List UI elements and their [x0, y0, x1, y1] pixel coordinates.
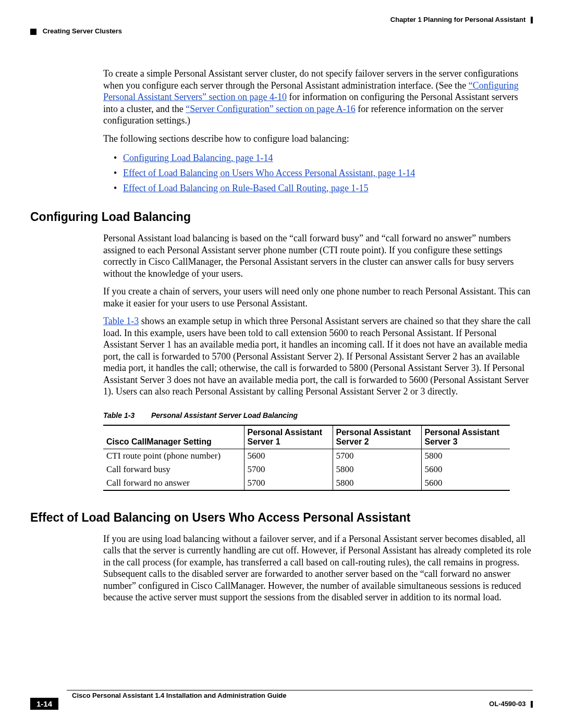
footer-rule — [67, 690, 533, 690]
cell: Call forward busy — [103, 463, 244, 476]
cell: 5800 — [333, 476, 421, 490]
table-row: Call forward no answer 5700 5800 5600 — [103, 476, 510, 490]
cell: 5600 — [421, 463, 510, 476]
footer-guide-title: Cisco Personal Assistant 1.4 Installatio… — [72, 692, 287, 699]
running-footer: Cisco Personal Assistant 1.4 Installatio… — [30, 690, 533, 706]
intro-paragraph-2: The following sections describe how to c… — [103, 133, 533, 145]
table-row: Call forward busy 5700 5800 5600 — [103, 463, 510, 476]
table-title: Personal Assistant Server Load Balancing — [151, 411, 298, 419]
header-section-text: Creating Server Clusters — [43, 27, 122, 35]
th-server1: Personal Assistant Server 1 — [244, 425, 333, 449]
sect1-paragraph-3: Table 1-3 shows an example setup in whic… — [103, 315, 533, 398]
cell: 5700 — [244, 463, 333, 476]
cell: 5800 — [421, 449, 510, 463]
link-server-config[interactable]: “Server Configuration” section on page A… — [186, 104, 355, 114]
sect1-paragraph-1: Personal Assistant load balancing is bas… — [103, 232, 533, 279]
bullet-item: Effect of Load Balancing on Users Who Ac… — [114, 166, 533, 181]
load-balancing-table: Cisco CallManager Setting Personal Assis… — [103, 425, 510, 491]
header-chapter: Chapter 1 Planning for Personal Assistan… — [390, 16, 533, 23]
content: To create a simple Personal Assistant se… — [30, 68, 533, 603]
footer-bar-icon — [531, 701, 533, 708]
header-square-icon — [30, 29, 36, 35]
link-configuring-load-balancing[interactable]: Configuring Load Balancing, page 1-14 — [123, 153, 273, 163]
cell: 5600 — [421, 476, 510, 490]
heading-configuring-load-balancing: Configuring Load Balancing — [30, 210, 533, 224]
table-number: Table 1-3 — [103, 411, 149, 419]
header-chapter-text: Chapter 1 Planning for Personal Assistan… — [390, 16, 526, 23]
cell: 5600 — [244, 449, 333, 463]
footer-page-number: 1-14 — [30, 698, 58, 710]
link-effect-rule-routing[interactable]: Effect of Load Balancing on Rule-Based C… — [123, 183, 369, 193]
table-header-row: Cisco CallManager Setting Personal Assis… — [103, 425, 510, 449]
intro-paragraph-1: To create a simple Personal Assistant se… — [103, 68, 533, 127]
footer-doc-text: OL-4590-03 — [489, 700, 525, 708]
sect1-paragraph-2: If you create a chain of servers, your u… — [103, 286, 533, 309]
header-section: Creating Server Clusters — [30, 27, 122, 35]
cell: 5800 — [333, 463, 421, 476]
intro-bullets: Configuring Load Balancing, page 1-14 Ef… — [114, 151, 533, 195]
text: shows an example setup in which three Pe… — [103, 316, 531, 397]
bullet-item: Configuring Load Balancing, page 1-14 — [114, 151, 533, 166]
table-caption: Table 1-3 Personal Assistant Server Load… — [103, 411, 533, 419]
th-server3: Personal Assistant Server 3 — [421, 425, 510, 449]
running-header: Chapter 1 Planning for Personal Assistan… — [30, 16, 533, 36]
th-server2: Personal Assistant Server 2 — [333, 425, 421, 449]
th-setting: Cisco CallManager Setting — [103, 425, 244, 449]
heading-effect-users: Effect of Load Balancing on Users Who Ac… — [30, 511, 533, 525]
link-effect-users[interactable]: Effect of Load Balancing on Users Who Ac… — [123, 168, 415, 178]
footer-doc-number: OL-4590-03 — [489, 700, 533, 708]
sect2-paragraph-1: If you are using load balancing without … — [103, 533, 533, 603]
bullet-item: Effect of Load Balancing on Rule-Based C… — [114, 181, 533, 196]
header-bar-icon — [531, 17, 533, 23]
cell: 5700 — [244, 476, 333, 490]
cell: CTI route point (phone number) — [103, 449, 244, 463]
cell: 5700 — [333, 449, 421, 463]
table-row: CTI route point (phone number) 5600 5700… — [103, 449, 510, 463]
cell: Call forward no answer — [103, 476, 244, 490]
text: To create a simple Personal Assistant se… — [103, 68, 518, 91]
link-table-1-3[interactable]: Table 1-3 — [103, 316, 139, 326]
page: Chapter 1 Planning for Personal Assistan… — [0, 0, 563, 728]
